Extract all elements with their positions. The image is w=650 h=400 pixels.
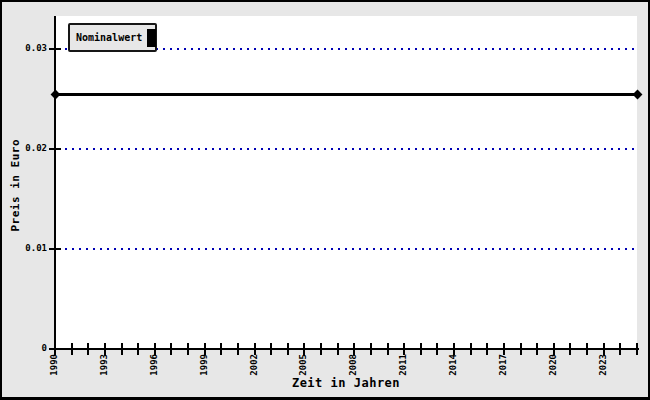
y-gridline <box>58 148 635 150</box>
y-gridline <box>58 248 635 250</box>
y-axis-tick-label: 0.03 <box>2 43 47 54</box>
y-axis-tick-label: 0.01 <box>2 243 47 254</box>
legend-series-marker-icon <box>147 29 156 47</box>
y-axis-tick-label: 0 <box>2 343 47 354</box>
x-axis-tick-label: 2008 <box>348 354 359 376</box>
x-axis-title: Zeit in Jahren <box>55 376 637 390</box>
x-axis-tick-label: 1993 <box>99 354 110 376</box>
x-axis-tick-label: 2005 <box>298 354 309 376</box>
x-axis-tick-label: 1990 <box>49 354 60 376</box>
x-axis-tick-label: 1996 <box>149 354 160 376</box>
x-axis-line <box>54 348 639 350</box>
plot-area <box>55 16 637 349</box>
legend-label: Nominalwert <box>76 32 142 43</box>
x-axis-tick-label: 2002 <box>249 354 260 376</box>
x-axis-tick-label: 2017 <box>498 354 509 376</box>
x-axis-tick-label: 2023 <box>598 354 609 376</box>
y-axis-title: Preis in Euro <box>9 139 22 232</box>
legend-box: Nominalwert <box>68 23 157 52</box>
chart-canvas: 00.010.020.03199019931996199920022005200… <box>0 0 650 400</box>
x-axis-tick-label: 2020 <box>548 354 559 376</box>
x-axis-tick-label: 2011 <box>398 354 409 376</box>
series-line-nominalwert <box>55 93 637 96</box>
x-axis-tick-label: 1999 <box>199 354 210 376</box>
x-axis-tick-label: 2014 <box>448 354 459 376</box>
y-axis-line <box>54 16 56 355</box>
